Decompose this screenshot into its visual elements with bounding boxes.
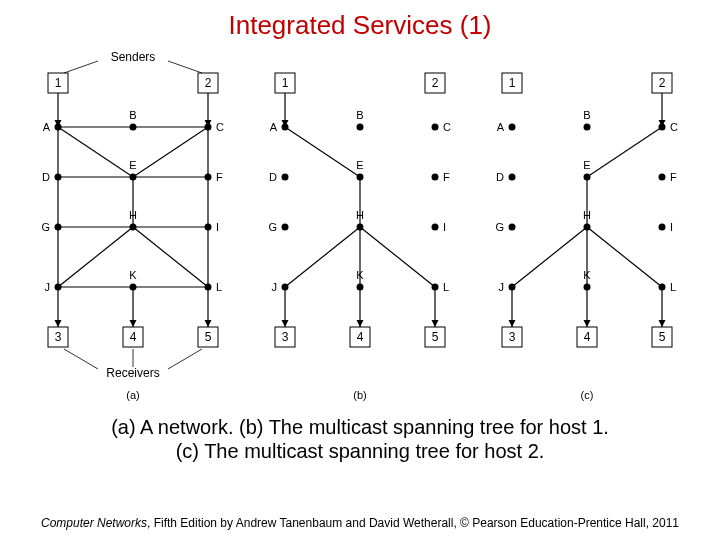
svg-text:3: 3 — [508, 330, 515, 344]
caption-b: (b) The multicast spanning tree for host… — [239, 416, 609, 438]
svg-point-87 — [356, 124, 363, 131]
svg-point-135 — [508, 174, 515, 181]
svg-point-34 — [55, 124, 62, 131]
svg-point-99 — [356, 224, 363, 231]
svg-point-151 — [658, 284, 665, 291]
svg-text:L: L — [670, 281, 676, 293]
svg-point-133 — [658, 124, 665, 131]
svg-text:Receivers: Receivers — [107, 366, 160, 380]
svg-text:C: C — [670, 121, 678, 133]
footer: Computer Networks, Fifth Edition by Andr… — [0, 516, 720, 530]
caption-c: (c) The multicast spanning tree for host… — [176, 440, 545, 462]
svg-text:2: 2 — [658, 76, 665, 90]
footer-rest: , Fifth Edition by Andrew Tanenbaum and … — [147, 516, 679, 530]
svg-text:B: B — [356, 109, 363, 121]
svg-line-59 — [64, 61, 98, 73]
svg-text:Senders: Senders — [111, 50, 156, 64]
svg-point-105 — [356, 284, 363, 291]
svg-text:2: 2 — [205, 76, 212, 90]
svg-point-147 — [508, 284, 515, 291]
svg-line-67 — [285, 127, 360, 177]
svg-text:K: K — [130, 269, 138, 281]
svg-line-111 — [587, 127, 662, 177]
svg-text:G: G — [495, 221, 504, 233]
svg-text:(b): (b) — [353, 389, 366, 401]
svg-point-93 — [356, 174, 363, 181]
svg-text:E: E — [583, 159, 590, 171]
svg-text:3: 3 — [282, 330, 289, 344]
svg-text:K: K — [583, 269, 591, 281]
svg-text:5: 5 — [205, 330, 212, 344]
slide-title: Integrated Services (1) — [0, 10, 720, 41]
svg-point-44 — [205, 174, 212, 181]
svg-point-50 — [205, 224, 212, 231]
svg-text:4: 4 — [130, 330, 137, 344]
svg-text:J: J — [271, 281, 277, 293]
svg-point-38 — [205, 124, 212, 131]
svg-point-137 — [583, 174, 590, 181]
caption-a: (a) A network. — [111, 416, 233, 438]
svg-line-113 — [512, 227, 587, 287]
svg-text:E: E — [356, 159, 363, 171]
svg-text:G: G — [42, 221, 51, 233]
svg-text:I: I — [443, 221, 446, 233]
svg-text:J: J — [45, 281, 51, 293]
svg-point-56 — [205, 284, 212, 291]
svg-text:5: 5 — [432, 330, 439, 344]
svg-text:L: L — [216, 281, 222, 293]
svg-point-91 — [281, 174, 288, 181]
svg-text:J: J — [498, 281, 504, 293]
svg-point-40 — [55, 174, 62, 181]
svg-point-139 — [658, 174, 665, 181]
svg-text:L: L — [443, 281, 449, 293]
svg-line-7 — [133, 127, 208, 177]
caption: (a) A network. (b) The multicast spannin… — [0, 415, 720, 463]
svg-point-131 — [583, 124, 590, 131]
svg-point-107 — [431, 284, 438, 291]
svg-text:A: A — [43, 121, 51, 133]
svg-point-89 — [431, 124, 438, 131]
svg-text:I: I — [216, 221, 219, 233]
svg-point-46 — [55, 224, 62, 231]
svg-text:D: D — [269, 171, 277, 183]
svg-text:K: K — [356, 269, 364, 281]
svg-text:(c): (c) — [580, 389, 593, 401]
svg-point-85 — [281, 124, 288, 131]
footer-book: Computer Networks — [41, 516, 147, 530]
svg-text:H: H — [583, 209, 591, 221]
svg-text:F: F — [443, 171, 450, 183]
svg-text:A: A — [496, 121, 504, 133]
svg-line-18 — [133, 227, 208, 287]
svg-text:4: 4 — [357, 330, 364, 344]
svg-point-143 — [583, 224, 590, 231]
svg-text:F: F — [670, 171, 677, 183]
svg-point-36 — [130, 124, 137, 131]
figure-row: 12345ABCDEFGHIJKLSendersReceivers(a) 123… — [0, 47, 720, 407]
svg-text:2: 2 — [432, 76, 439, 90]
svg-text:D: D — [42, 171, 50, 183]
svg-point-145 — [658, 224, 665, 231]
svg-text:G: G — [268, 221, 277, 233]
svg-text:H: H — [129, 209, 137, 221]
svg-line-115 — [587, 227, 662, 287]
svg-text:D: D — [496, 171, 504, 183]
svg-text:B: B — [130, 109, 137, 121]
svg-point-149 — [583, 284, 590, 291]
svg-text:H: H — [356, 209, 364, 221]
svg-text:1: 1 — [55, 76, 62, 90]
svg-point-103 — [281, 284, 288, 291]
svg-text:C: C — [216, 121, 224, 133]
svg-text:3: 3 — [55, 330, 62, 344]
svg-point-129 — [508, 124, 515, 131]
svg-text:C: C — [443, 121, 451, 133]
svg-point-95 — [431, 174, 438, 181]
figure-c: 12345ABCDEFGHIJKL(c) — [482, 47, 692, 407]
svg-text:5: 5 — [658, 330, 665, 344]
svg-text:1: 1 — [282, 76, 289, 90]
svg-point-42 — [130, 174, 137, 181]
svg-line-62 — [64, 349, 98, 369]
svg-point-97 — [281, 224, 288, 231]
svg-point-54 — [130, 284, 137, 291]
svg-line-6 — [58, 127, 133, 177]
figure-b: 12345ABCDEFGHIJKL(b) — [255, 47, 465, 407]
